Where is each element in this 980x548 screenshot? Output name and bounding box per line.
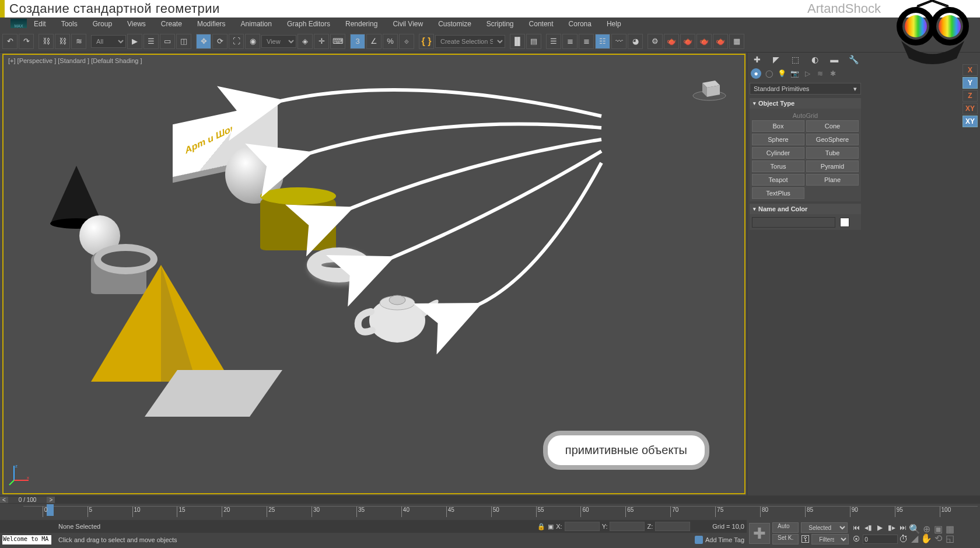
box-button[interactable]: Box: [752, 120, 804, 132]
time-tag-label[interactable]: Add Time Tag: [705, 536, 744, 543]
select-window-icon[interactable]: ◫: [176, 34, 191, 49]
redo-icon[interactable]: ↷: [19, 34, 34, 49]
snap-icon[interactable]: 3: [350, 34, 365, 49]
viewport-label[interactable]: [+] [Perspective ] [Standard ] [Default …: [8, 57, 142, 64]
utilities-tab-icon[interactable]: 🔧: [848, 54, 859, 65]
time-tag-icon[interactable]: [695, 536, 703, 544]
name-color-rollout[interactable]: Name and Color: [750, 204, 861, 214]
menu-help[interactable]: Help: [602, 19, 626, 29]
select-name-icon[interactable]: ☰: [144, 34, 159, 49]
next-frame-icon[interactable]: ▮▸: [886, 522, 897, 533]
ref-coord-dropdown[interactable]: View: [261, 35, 296, 48]
keyboard-icon[interactable]: ⌨: [330, 34, 345, 49]
menu-edit[interactable]: Edit: [29, 19, 51, 29]
curve-editor-icon[interactable]: ≣: [579, 34, 594, 49]
y-axis-button[interactable]: Y: [963, 77, 978, 89]
menu-animation[interactable]: Animation: [236, 19, 276, 29]
goto-start-icon[interactable]: ⏮: [851, 522, 862, 533]
helpers-icon[interactable]: ▷: [802, 68, 813, 79]
geometry-icon[interactable]: ●: [751, 68, 761, 79]
cameras-icon[interactable]: 📷: [789, 68, 800, 79]
menu-content[interactable]: Content: [524, 19, 558, 29]
bind-icon[interactable]: ≋: [71, 34, 86, 49]
render-icon[interactable]: 🫖: [680, 34, 695, 49]
key-mode-icon[interactable]: ⦿: [851, 534, 862, 544]
teapot-button[interactable]: Teapot: [752, 174, 804, 186]
menu-rendering[interactable]: Rendering: [341, 19, 382, 29]
current-frame-input[interactable]: 0: [863, 535, 898, 544]
zoom-icon[interactable]: 🔍: [911, 525, 919, 533]
layers-icon[interactable]: ☰: [546, 34, 561, 49]
place-icon[interactable]: ◉: [245, 34, 260, 49]
isolate-icon[interactable]: ▣: [548, 523, 554, 530]
auto-key-button[interactable]: Auto: [772, 522, 799, 533]
menu-tools[interactable]: Tools: [57, 19, 82, 29]
pivot-icon[interactable]: ◈: [298, 34, 313, 49]
edit-set-icon[interactable]: { }: [419, 34, 434, 49]
hierarchy-tab-icon[interactable]: ⬚: [790, 54, 802, 65]
fov-icon[interactable]: ◢: [911, 534, 919, 542]
rotate-icon[interactable]: ⟳: [212, 34, 228, 49]
undo-icon[interactable]: ↶: [2, 34, 18, 49]
motion-tab-icon[interactable]: ◐: [809, 54, 821, 65]
select-icon[interactable]: ▶: [127, 34, 142, 49]
lights-icon[interactable]: 💡: [776, 68, 787, 79]
align-icon[interactable]: ▤: [526, 34, 541, 49]
set-key-mode-button[interactable]: Set K.: [772, 534, 799, 544]
script-listener[interactable]: Welcome to MA: [2, 535, 51, 544]
spinner-snap-icon[interactable]: ⟐: [399, 34, 414, 49]
torus-button[interactable]: Torus: [752, 160, 804, 172]
shapes-icon[interactable]: ◯: [764, 68, 774, 79]
set-key-button[interactable]: ✚: [749, 523, 770, 544]
render-setup-icon[interactable]: ⚙: [648, 34, 663, 49]
geosphere-button[interactable]: GeoSphere: [806, 134, 859, 145]
scene-explorer-icon[interactable]: ☷: [595, 34, 610, 49]
x-input[interactable]: [565, 522, 600, 531]
ribbon-icon[interactable]: ≣: [562, 34, 578, 49]
manip-icon[interactable]: ✛: [314, 34, 329, 49]
z-axis-button[interactable]: Z: [963, 90, 978, 102]
tube-button[interactable]: Tube: [806, 147, 859, 159]
angle-snap-icon[interactable]: ∠: [366, 34, 382, 49]
percent-snap-icon[interactable]: %: [383, 34, 398, 49]
material-icon[interactable]: ◕: [628, 34, 643, 49]
menu-scripting[interactable]: Scripting: [482, 19, 519, 29]
prev-frame-icon[interactable]: ◂▮: [863, 522, 873, 533]
render-frame-icon[interactable]: 🫖: [664, 34, 679, 49]
unlink-icon[interactable]: ⛓: [55, 34, 70, 49]
filters-dropdown[interactable]: Filters...: [811, 534, 849, 544]
menu-views[interactable]: Views: [123, 19, 150, 29]
maximize-icon[interactable]: ◱: [946, 534, 954, 542]
spacewarps-icon[interactable]: ≋: [815, 68, 825, 79]
timeline-thumb[interactable]: [47, 504, 54, 516]
timeline-right-icon[interactable]: >: [47, 497, 55, 503]
zoom-extents-icon[interactable]: ▣: [934, 525, 942, 533]
menu-modifiers[interactable]: Modifiers: [192, 19, 230, 29]
play-icon[interactable]: ▶: [874, 522, 885, 533]
z-input[interactable]: [655, 522, 690, 531]
pan-icon[interactable]: ✋: [922, 534, 930, 542]
viewport[interactable]: [+] [Perspective ] [Standard ] [Default …: [2, 54, 746, 494]
create-tab-icon[interactable]: ✚: [751, 54, 763, 65]
key-filter-icon[interactable]: ⚿: [801, 534, 810, 544]
mirror-icon[interactable]: ▐▌: [510, 34, 525, 49]
lock-icon[interactable]: 🔒: [537, 523, 545, 530]
named-selset-dropdown[interactable]: Create Selection Set: [435, 35, 505, 48]
object-type-rollout[interactable]: Object Type: [750, 98, 861, 109]
schematic-icon[interactable]: 〰: [611, 34, 626, 49]
viewcube-gizmo[interactable]: [692, 72, 727, 102]
plane-button[interactable]: Plane: [806, 174, 859, 186]
time-config-icon[interactable]: ⏱: [899, 534, 908, 544]
sphere-button[interactable]: Sphere: [752, 134, 804, 145]
scale-icon[interactable]: ⛶: [229, 34, 244, 49]
goto-end-icon[interactable]: ⏭: [898, 522, 908, 533]
cone-button[interactable]: Cone: [806, 120, 859, 132]
move-icon[interactable]: ✥: [196, 34, 211, 49]
menu-group[interactable]: Group: [88, 19, 117, 29]
timeline-ruler[interactable]: 0510152025303540455055606570758085909510…: [23, 506, 978, 520]
zoom-extents-all-icon[interactable]: ▦: [946, 525, 954, 533]
textplus-button[interactable]: TextPlus: [752, 187, 804, 199]
a360-icon[interactable]: ▦: [729, 34, 744, 49]
xy2-axis-button[interactable]: XY: [963, 116, 978, 127]
autogrid-checkbox[interactable]: AutoGrid: [752, 111, 859, 120]
